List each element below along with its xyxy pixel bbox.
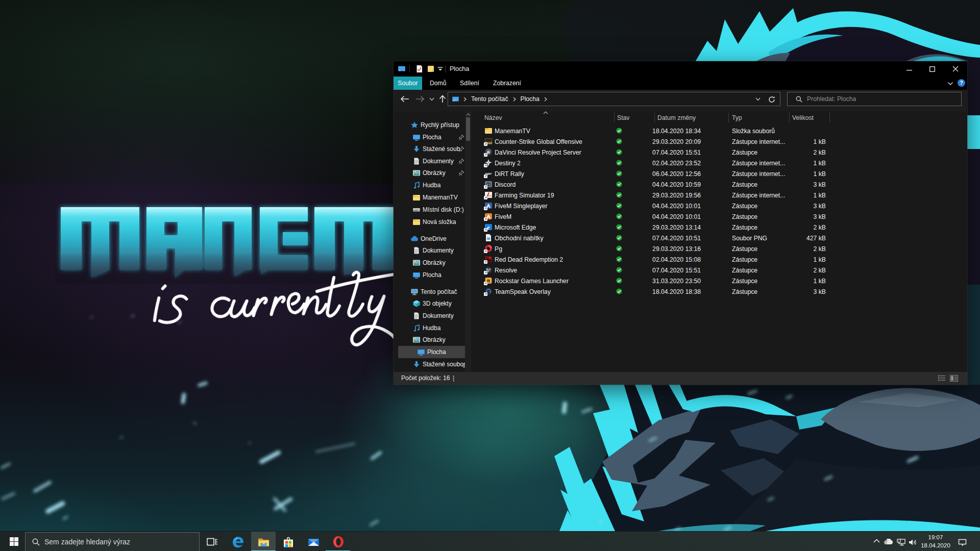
svg-text:e: e (487, 224, 490, 231)
